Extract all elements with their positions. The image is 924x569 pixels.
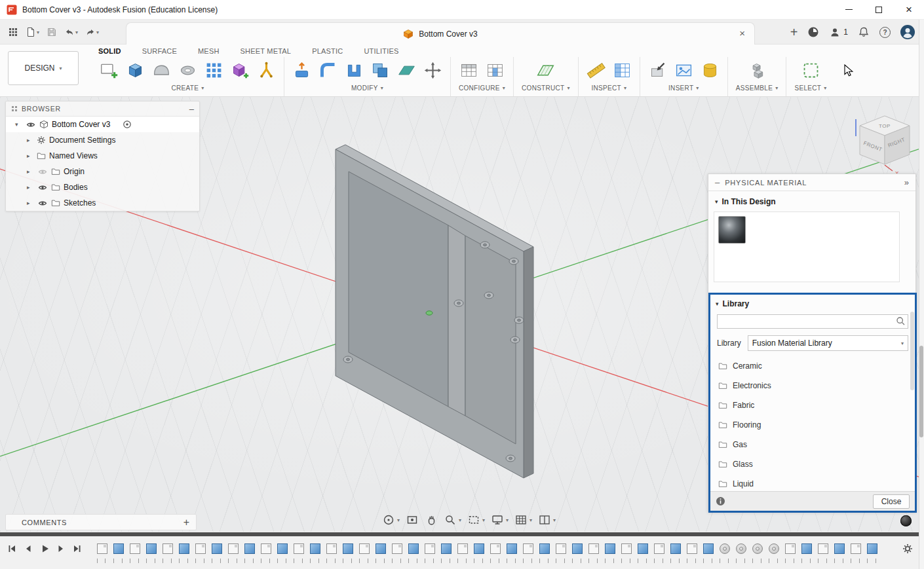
document-tab[interactable]: Bottom Cover v3 × <box>126 22 755 45</box>
timeline-feature-icon[interactable] <box>638 543 648 554</box>
library-section-header[interactable]: ▾ Library <box>710 295 915 313</box>
insert-mcmaster-icon[interactable] <box>701 61 720 80</box>
ribbon-tab[interactable]: SHEET METAL <box>241 47 292 55</box>
view-cube[interactable]: TOP FRONT RIGHT X <box>852 110 917 175</box>
help-button[interactable]: ? <box>879 27 891 38</box>
tab-close-icon[interactable]: × <box>739 28 745 38</box>
browser-collapse-button[interactable]: – <box>189 104 194 114</box>
timeline-feature-icon[interactable] <box>343 543 353 554</box>
notifications-bell-icon[interactable] <box>858 26 870 38</box>
offset-face-icon[interactable] <box>397 61 416 80</box>
timeline-feature-icon[interactable] <box>834 543 845 554</box>
extensions-icon[interactable] <box>807 26 819 38</box>
comments-bar[interactable]: COMMENTS + <box>5 514 197 530</box>
expand-chevron-icon[interactable]: ▸ <box>27 168 33 175</box>
timeline-feature-icon[interactable] <box>146 543 157 554</box>
visibility-eye-icon[interactable] <box>37 183 48 192</box>
configure-table-icon[interactable] <box>459 61 478 80</box>
timeline-feature-icon[interactable] <box>375 543 386 554</box>
look-at-icon[interactable] <box>406 513 419 526</box>
timeline-step-back-button[interactable] <box>22 542 35 555</box>
group-label-create[interactable]: CREATE▾ <box>172 84 204 92</box>
material-folder-row[interactable]: Flooring <box>710 415 915 435</box>
create-loft-icon[interactable] <box>152 61 171 80</box>
timeline-feature-icon[interactable] <box>212 543 222 554</box>
workspace-selector[interactable]: DESIGN ▾ <box>8 51 79 85</box>
timeline-feature-icon[interactable] <box>654 543 664 554</box>
3d-viewport[interactable]: TOP FRONT RIGHT X BROWSER – ▾ <box>0 97 924 532</box>
timeline-feature-icon[interactable] <box>572 543 583 554</box>
timeline-feature-icon[interactable] <box>408 543 419 554</box>
info-icon[interactable] <box>716 496 725 506</box>
construction-plane-icon[interactable] <box>536 61 555 80</box>
timeline-feature-icon[interactable] <box>326 543 337 554</box>
timeline-feature-icon[interactable] <box>670 543 681 554</box>
file-menu-button[interactable]: ▾ <box>23 24 42 41</box>
visibility-eye-icon[interactable] <box>37 167 48 176</box>
move-copy-icon[interactable] <box>423 61 442 80</box>
expand-chevron-icon[interactable]: ▸ <box>27 137 33 143</box>
timeline-step-forward-button[interactable] <box>54 542 67 555</box>
timeline-feature-icon[interactable] <box>113 543 124 554</box>
in-this-design-section-header[interactable]: ▾ In This Design <box>708 193 915 210</box>
redo-button[interactable]: ▾ <box>83 24 102 41</box>
ribbon-tab[interactable]: SOLID <box>98 47 121 55</box>
window-maximize-button[interactable] <box>864 0 894 19</box>
timeline-feature-icon[interactable] <box>687 543 697 554</box>
material-swatch[interactable] <box>718 216 746 244</box>
timeline-feature-icon[interactable] <box>851 543 861 554</box>
timeline-feature-icon[interactable] <box>752 543 763 554</box>
timeline-skip-start-button[interactable] <box>5 542 18 555</box>
timeline-feature-icon[interactable] <box>818 543 828 554</box>
material-folder-row[interactable]: Gas <box>710 435 915 454</box>
combine-icon[interactable] <box>371 61 390 80</box>
timeline-feature-icon[interactable] <box>556 543 566 554</box>
panel-dock-icon[interactable]: » <box>904 177 909 187</box>
section-analysis-icon[interactable] <box>613 61 632 80</box>
library-select[interactable]: Fusion Material Library ▾ <box>748 335 908 351</box>
timeline-feature-icon[interactable] <box>769 543 779 554</box>
shell-icon[interactable] <box>345 61 364 80</box>
new-tab-button[interactable]: + <box>790 26 798 39</box>
timeline-feature-icon[interactable] <box>588 543 599 554</box>
timeline-feature-icon[interactable] <box>277 543 288 554</box>
material-folder-row[interactable]: Glass <box>710 454 915 474</box>
timeline-feature-icon[interactable] <box>736 543 746 554</box>
configuration-table-icon[interactable] <box>486 61 505 80</box>
new-component-icon[interactable] <box>748 61 767 80</box>
timeline-skip-end-button[interactable] <box>71 542 84 555</box>
user-avatar[interactable] <box>900 25 915 39</box>
activate-component-radio[interactable] <box>123 120 132 129</box>
group-label-modify[interactable]: MODIFY▾ <box>351 84 383 92</box>
browser-tree-row[interactable]: ▸ Origin <box>6 164 199 179</box>
timeline-feature-icon[interactable] <box>490 543 501 554</box>
ribbon-tab[interactable]: SURFACE <box>142 47 177 55</box>
timeline-feature-icon[interactable] <box>359 543 370 554</box>
viewports-icon[interactable]: ▾ <box>538 513 556 526</box>
group-label-select[interactable]: SELECT▾ <box>794 84 826 92</box>
timeline-feature-icon[interactable] <box>523 543 533 554</box>
insert-canvas-icon[interactable] <box>674 61 693 80</box>
timeline-feature-icon[interactable] <box>605 543 615 554</box>
timeline-feature-icon[interactable] <box>507 543 517 554</box>
app-scrollbar-track[interactable] <box>919 20 924 569</box>
timeline-feature-icon[interactable] <box>195 543 206 554</box>
timeline-feature-icon[interactable] <box>130 543 140 554</box>
grid-snap-icon[interactable]: ▾ <box>514 513 532 526</box>
material-folder-row[interactable]: Electronics <box>710 376 915 395</box>
create-pattern-icon[interactable] <box>204 61 223 80</box>
ribbon-tab[interactable]: MESH <box>198 47 220 55</box>
expand-chevron-icon[interactable]: ▸ <box>27 153 33 159</box>
timeline-settings-gear-icon[interactable] <box>902 543 914 555</box>
timeline-feature-icon[interactable] <box>425 543 435 554</box>
timeline-play-button[interactable] <box>38 542 51 555</box>
orbit-icon[interactable]: ▾ <box>382 513 400 526</box>
fillet-icon[interactable] <box>318 61 337 80</box>
pan-hand-icon[interactable] <box>425 513 438 526</box>
expand-chevron-icon[interactable]: ▸ <box>27 184 33 191</box>
create-form-icon[interactable] <box>231 61 250 80</box>
create-sketch-icon[interactable] <box>100 61 119 80</box>
expand-chevron-icon[interactable]: ▸ <box>27 200 33 206</box>
close-button[interactable]: Close <box>873 494 910 509</box>
timeline-feature-icon[interactable] <box>163 543 173 554</box>
